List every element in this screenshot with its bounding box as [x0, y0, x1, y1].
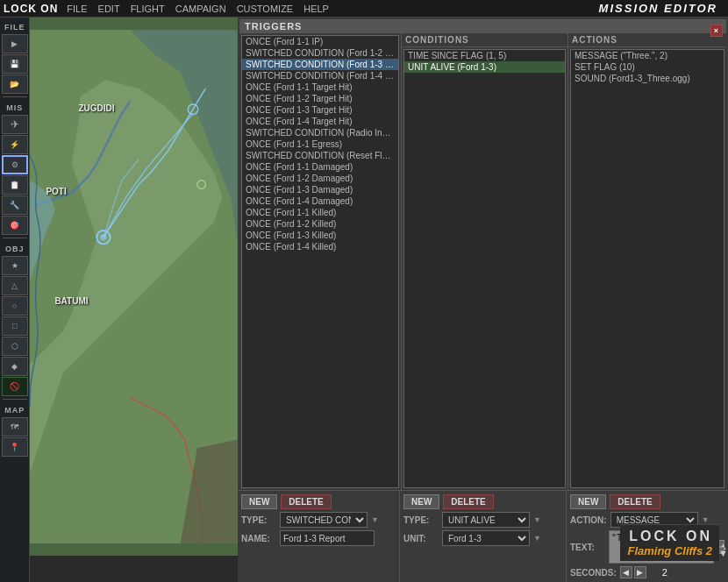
actions-list[interactable]: MESSAGE ("Three.", 2)SET FLAG (10)SOUND …: [570, 49, 724, 488]
sidebar-btn-mission3[interactable]: ⚙: [2, 155, 28, 174]
actions-text-area[interactable]: [609, 530, 714, 564]
trigger-list-item[interactable]: ONCE (Ford 1-2 Damaged): [242, 173, 398, 184]
menu-help[interactable]: HELP: [303, 4, 329, 14]
conditions-unit-row: UNIT: Ford 1-3 ▼: [403, 530, 562, 546]
sidebar-btn-obj7[interactable]: 🚫: [2, 377, 28, 396]
sidebar-btn-obj4[interactable]: □: [2, 316, 28, 336]
seconds-value: 2: [650, 567, 667, 578]
conditions-unit-select[interactable]: Ford 1-3: [442, 530, 530, 546]
menu-flight[interactable]: FLIGHT: [131, 4, 165, 14]
sidebar-label-obj: OBJ: [5, 245, 25, 253]
actions-text-label: TEXT:: [570, 543, 605, 552]
trigger-list-item[interactable]: SWITCHED CONDITION (Ford 1-2 Repor: [242, 47, 398, 59]
seconds-nav: ◀ ▶: [620, 566, 646, 578]
conditions-ctrl: NEW DELETE TYPE: UNIT ALIVE ▼ UNIT: Ford…: [400, 491, 567, 582]
conditions-new-button[interactable]: NEW: [403, 494, 439, 509]
triggers-ctrl: NEW DELETE TYPE: SWITCHED CONDITIO ▼ NAM…: [238, 491, 400, 582]
action-list-item[interactable]: SOUND (Ford1-3_Three.ogg): [571, 73, 724, 84]
triggers-type-select[interactable]: SWITCHED CONDITIO: [280, 512, 368, 528]
sidebar-btn-obj2[interactable]: △: [2, 276, 28, 295]
trigger-list-item[interactable]: ONCE (Ford 1-1 Target Hit): [242, 82, 398, 93]
trigger-list-item[interactable]: ONCE (Ford 1-1 Egress): [242, 138, 398, 150]
condition-list-item[interactable]: TIME SINCE FLAG (1, 5): [404, 50, 565, 61]
trigger-list-item[interactable]: SWITCHED CONDITION (Radio Inhibito: [242, 127, 398, 138]
trigger-list-item[interactable]: ONCE (Ford 1-3 Killed): [242, 230, 398, 241]
scroll-up[interactable]: ▲: [717, 540, 724, 547]
actions-delete-button[interactable]: DELETE: [610, 494, 660, 509]
trigger-list-item[interactable]: SWITCHED CONDITION (Ford 1-3 Repor: [242, 59, 398, 70]
actions-new-button[interactable]: NEW: [570, 494, 606, 509]
trigger-list-item[interactable]: ONCE (Ford 1-1 Damaged): [242, 161, 398, 173]
map-labels: ZUGDIDI POTI BATUMI: [30, 18, 238, 556]
triggers-new-button[interactable]: NEW: [241, 494, 277, 509]
menu-items: FILE EDIT FLIGHT CAMPAIGN CUSTOMIZE HELP: [67, 4, 598, 14]
triggers-delete-button[interactable]: DELETE: [281, 494, 331, 509]
sidebar-sep-2: [3, 238, 27, 238]
trigger-list-item[interactable]: ONCE (Ford 1-1 IP): [242, 36, 398, 47]
triggers-type-row: TYPE: SWITCHED CONDITIO ▼: [241, 512, 396, 528]
trigger-list-item[interactable]: ONCE (Ford 1-2 Target Hit): [242, 93, 398, 104]
sidebar-btn-new[interactable]: ▶: [2, 34, 28, 53]
actions-action-label: ACTION:: [570, 515, 607, 525]
right-panel: TRIGGERS × ONCE (Ford 1-1 IP)SWITCHED CO…: [238, 18, 728, 582]
conditions-col: CONDITIONS TIME SINCE FLAG (1, 5)UNIT AL…: [402, 33, 568, 490]
menu-customize[interactable]: CUSTOMIZE: [237, 4, 294, 14]
triggers-list[interactable]: ONCE (Ford 1-1 IP)SWITCHED CONDITION (Fo…: [241, 35, 399, 488]
conditions-btn-row: NEW DELETE: [403, 494, 562, 509]
menu-file[interactable]: FILE: [67, 4, 87, 14]
sidebar-btn-mission2[interactable]: ⚡: [2, 135, 28, 154]
scroll-down[interactable]: ▼: [717, 547, 724, 554]
sidebar-sep-1: [3, 96, 27, 97]
conditions-delete-button[interactable]: DELETE: [443, 494, 493, 509]
sidebar-btn-mission4[interactable]: 📋: [2, 175, 28, 195]
seconds-label: SECONDS:: [570, 568, 617, 578]
main-layout: FILE ▶ 💾 📂 MIS ✈ ⚡ ⚙ 📋 🔧 🎯 OBJ ★ △ ○ □ ⬡…: [0, 18, 728, 582]
action-list-item[interactable]: MESSAGE ("Three.", 2): [571, 50, 724, 61]
trigger-list-item[interactable]: ONCE (Ford 1-3 Target Hit): [242, 104, 398, 116]
sidebar-sep-3: [3, 399, 27, 400]
sidebar-btn-save[interactable]: 💾: [2, 54, 28, 74]
sidebar-btn-mission5[interactable]: 🔧: [2, 195, 28, 215]
trigger-list-item[interactable]: ONCE (Ford 1-4 Killed): [242, 241, 398, 252]
conditions-type-select[interactable]: UNIT ALIVE: [442, 512, 530, 528]
close-button[interactable]: ×: [710, 25, 723, 37]
actions-action-row: ACTION: MESSAGE ▼: [570, 512, 724, 528]
triggers-header: TRIGGERS ×: [239, 19, 726, 33]
trigger-list-item[interactable]: ONCE (Ford 1-4 Target Hit): [242, 116, 398, 127]
text-scrollbar: ▲ ▼: [717, 540, 724, 554]
sidebar-btn-obj1[interactable]: ★: [2, 256, 28, 275]
trigger-list-item[interactable]: ONCE (Ford 1-1 Killed): [242, 207, 398, 218]
sidebar-btn-map1[interactable]: 🗺: [2, 417, 28, 436]
seconds-next-button[interactable]: ▶: [634, 566, 646, 578]
triggers-btn-row: NEW DELETE: [241, 494, 396, 509]
seconds-prev-button[interactable]: ◀: [620, 566, 632, 578]
triggers-name-input[interactable]: [280, 530, 375, 546]
trigger-list-item[interactable]: SWITCHED CONDITION (Ford 1-4 Repor: [242, 70, 398, 82]
three-column-panel: ONCE (Ford 1-1 IP)SWITCHED CONDITION (Fo…: [239, 33, 726, 490]
trigger-list-item[interactable]: SWITCHED CONDITION (Reset Flag 1): [242, 150, 398, 161]
actions-btn-row: NEW DELETE: [570, 494, 724, 509]
map-area[interactable]: ZUGDIDI POTI BATUMI: [30, 18, 238, 556]
conditions-type-row: TYPE: UNIT ALIVE ▼: [403, 512, 562, 528]
trigger-list-item[interactable]: ONCE (Ford 1-2 Killed): [242, 218, 398, 230]
actions-action-select[interactable]: MESSAGE: [610, 512, 698, 528]
top-menu-bar: LOCK ON FILE EDIT FLIGHT CAMPAIGN CUSTOM…: [0, 0, 728, 18]
action-list-item[interactable]: SET FLAG (10): [571, 61, 724, 73]
triggers-title: TRIGGERS: [245, 21, 302, 32]
sidebar-btn-obj5[interactable]: ⬡: [2, 337, 28, 356]
left-sidebar: FILE ▶ 💾 📂 MIS ✈ ⚡ ⚙ 📋 🔧 🎯 OBJ ★ △ ○ □ ⬡…: [0, 18, 30, 582]
sidebar-btn-map2[interactable]: 📍: [2, 437, 28, 457]
sidebar-btn-obj3[interactable]: ○: [2, 296, 28, 316]
sidebar-btn-mission1[interactable]: ✈: [2, 115, 28, 134]
conditions-list[interactable]: TIME SINCE FLAG (1, 5)UNIT ALIVE (Ford 1…: [403, 49, 566, 488]
condition-list-item[interactable]: UNIT ALIVE (Ford 1-3): [404, 61, 565, 73]
menu-campaign[interactable]: CAMPAIGN: [175, 4, 226, 14]
trigger-list-item[interactable]: ONCE (Ford 1-3 Damaged): [242, 184, 398, 195]
sidebar-btn-obj6[interactable]: ◆: [2, 357, 28, 376]
menu-edit[interactable]: EDIT: [98, 4, 120, 14]
sidebar-btn-open[interactable]: 📂: [2, 75, 28, 94]
sidebar-label-map: MAP: [4, 406, 25, 415]
sidebar-btn-mission6[interactable]: 🎯: [2, 216, 28, 235]
conditions-unit-label: UNIT:: [403, 534, 439, 543]
trigger-list-item[interactable]: ONCE (Ford 1-4 Damaged): [242, 195, 398, 207]
